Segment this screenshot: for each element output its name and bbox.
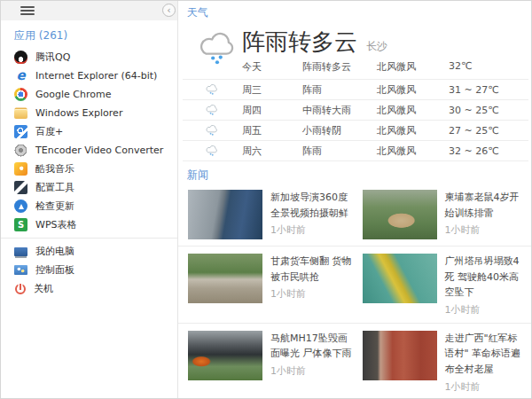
sidebar-item-check-update[interactable]: 检查更新 (1, 197, 177, 215)
forecast-row: 周六 阵雨 北风微风 32 ~ 26℃ (183, 140, 528, 161)
sidebar-item-config-tool[interactable]: 配置工具 (1, 178, 177, 197)
sidebar-item-label: TEncoder Video Converter (35, 145, 163, 156)
apps-count-header: 应用 (261) (1, 20, 177, 48)
news-row: 马航MH17坠毁画面曝光 尸体像下雨 1小时前 走进广西"红军标语村" 革命标语… (178, 324, 532, 399)
current-condition: 阵雨转多云长沙 (242, 27, 387, 58)
forecast-condition: 阵雨 (302, 83, 377, 97)
sidebar-item-label: WPS表格 (35, 218, 77, 231)
chrome-icon (14, 88, 27, 101)
forecast-wind: 北风微风 (377, 83, 449, 97)
forecast-day: 周六 (242, 145, 302, 158)
sidebar-item-internet-explorer[interactable]: e Internet Explorer (64-bit) (1, 66, 177, 85)
sidebar-item-label: 腾讯QQ (35, 51, 70, 64)
sidebar-item-label: Google Chrome (35, 89, 111, 100)
news-item[interactable]: 马航MH17坠毁画面曝光 尸体像下雨 1小时前 (188, 331, 356, 394)
news-timestamp: 1小时前 (270, 287, 356, 301)
news-thumbnail[interactable] (188, 331, 262, 380)
content-panel: 天气 阵雨转多云长沙 今天 阵雨转多云 北风微风 32℃ 周三 (178, 1, 532, 398)
sidebar-item-windows-explorer[interactable]: Windows Explorer (1, 104, 177, 122)
rain-cloud-icon (205, 145, 219, 157)
city-label: 长沙 (366, 40, 387, 52)
sidebar-item-label: 关机 (34, 282, 53, 295)
forecast-table: 周三 阵雨 北风微风 31 ~ 27℃ 周四 中雨转大雨 北风微风 30 ~ 2… (183, 79, 528, 161)
news-thumbnail[interactable] (363, 190, 437, 239)
rain-cloud-icon (205, 104, 219, 116)
news-text: 走进广西"红军标语村" 革命标语遍布全村老屋 1小时前 (445, 331, 525, 394)
forecast-wind: 北风微风 (377, 104, 449, 117)
today-condition: 阵雨转多云 (302, 60, 377, 74)
news-thumbnail[interactable] (188, 190, 262, 239)
sidebar-item-qq[interactable]: 腾讯QQ (1, 48, 177, 66)
sidebar-topbar: ‹ (1, 1, 177, 20)
news-timestamp: 1小时前 (270, 364, 356, 378)
news-timestamp: 1小时前 (445, 223, 525, 237)
sidebar-item-google-chrome[interactable]: Google Chrome (1, 85, 177, 104)
news-title: 新加坡导演360度全景视频拍摄朝鲜 (270, 190, 356, 221)
qq-icon (14, 51, 27, 64)
news-text: 广州塔吊坍塌致4死 驾驶舱40米高空坠下 1小时前 (445, 254, 525, 317)
hamburger-icon[interactable] (20, 6, 35, 15)
baidu-search-icon (14, 125, 27, 138)
news-item[interactable]: 柬埔寨老鼠4岁开始训练排雷 1小时前 (356, 190, 525, 239)
news-title: 走进广西"红军标语村" 革命标语遍布全村老屋 (445, 331, 525, 378)
news-timestamp: 1小时前 (270, 223, 356, 237)
sidebar-item-tencoder[interactable]: TEncoder Video Converter (1, 141, 177, 160)
news-thumbnail[interactable] (363, 254, 437, 303)
news-item[interactable]: 广州塔吊坍塌致4死 驾驶舱40米高空坠下 1小时前 (356, 254, 525, 317)
today-label: 今天 (242, 60, 302, 74)
forecast-temp: 27 ~ 25℃ (449, 125, 499, 137)
rain-cloud-icon (205, 83, 219, 96)
folder-icon (14, 109, 27, 119)
news-text: 新加坡导演360度全景视频拍摄朝鲜 1小时前 (270, 190, 356, 239)
power-icon (15, 284, 26, 294)
sidebar-item-baidu[interactable]: 百度+ (1, 122, 177, 141)
news-timestamp: 1小时前 (445, 380, 525, 394)
news-text: 甘肃货车侧翻 货物被市民哄抢 1小时前 (270, 254, 356, 317)
forecast-wind: 北风微风 (377, 145, 449, 158)
sidebar-item-label: 酷我音乐 (35, 162, 74, 176)
news-thumbnail[interactable] (363, 331, 437, 380)
update-icon (14, 200, 27, 213)
news-title: 广州塔吊坍塌致4死 驾驶舱40米高空坠下 (445, 254, 525, 301)
weather-section-label: 天气 (187, 5, 208, 20)
sidebar-item-label: Internet Explorer (64-bit) (35, 70, 157, 82)
today-temp: 32℃ (449, 60, 472, 74)
config-tool-icon (14, 181, 27, 194)
forecast-temp: 30 ~ 25℃ (449, 105, 499, 116)
news-title: 马航MH17坠毁画面曝光 尸体像下雨 (270, 331, 356, 362)
sidebar-item-label: 检查更新 (35, 200, 74, 213)
news-grid: 新加坡导演360度全景视频拍摄朝鲜 1小时前 柬埔寨老鼠4岁开始训练排雷 1小时… (178, 183, 532, 399)
chevron-left-icon[interactable]: ‹ (162, 4, 176, 17)
forecast-day: 周三 (242, 83, 302, 97)
forecast-row: 周五 小雨转阴 北风微风 27 ~ 25℃ (183, 120, 528, 140)
wps-icon: S (14, 218, 27, 231)
sidebar-item-my-computer[interactable]: 我的电脑 (1, 242, 177, 261)
sidebar-item-label: 百度+ (35, 125, 63, 138)
news-item[interactable]: 甘肃货车侧翻 货物被市民哄抢 1小时前 (188, 254, 356, 317)
news-item[interactable]: 走进广西"红军标语村" 革命标语遍布全村老屋 1小时前 (356, 331, 525, 394)
app-list: 腾讯QQ e Internet Explorer (64-bit) Google… (1, 48, 177, 298)
current-condition-text: 阵雨转多云 (242, 28, 357, 55)
control-panel-icon (14, 265, 27, 275)
news-item[interactable]: 新加坡导演360度全景视频拍摄朝鲜 1小时前 (188, 190, 356, 239)
news-section-label: 新闻 (187, 168, 208, 183)
news-row: 新加坡导演360度全景视频拍摄朝鲜 1小时前 柬埔寨老鼠4岁开始训练排雷 1小时… (178, 183, 532, 246)
forecast-condition: 阵雨 (302, 145, 377, 158)
sidebar-item-kuwo-music[interactable]: 酷我音乐 (1, 160, 177, 178)
launcher-window: ‹ 应用 (261) 腾讯QQ e Internet Explorer (64-… (0, 0, 532, 399)
forecast-condition: 中雨转大雨 (302, 104, 377, 117)
news-text: 柬埔寨老鼠4岁开始训练排雷 1小时前 (445, 190, 525, 239)
news-text: 马航MH17坠毁画面曝光 尸体像下雨 1小时前 (270, 331, 356, 394)
forecast-temp: 31 ~ 27℃ (449, 84, 499, 96)
sidebar-item-control-panel[interactable]: 控制面板 (1, 261, 177, 279)
sidebar-divider (1, 238, 177, 239)
sidebar-item-shutdown[interactable]: 关机 (1, 279, 177, 298)
news-thumbnail[interactable] (188, 254, 262, 303)
today-weather-row: 今天 阵雨转多云 北风微风 32℃ (242, 60, 472, 74)
rain-cloud-icon (196, 30, 237, 71)
computer-icon (14, 247, 27, 256)
sidebar-item-wps[interactable]: S WPS表格 (1, 215, 177, 234)
sidebar-item-label: 配置工具 (35, 181, 74, 194)
kuwo-music-icon (14, 162, 27, 176)
sidebar-item-label: Windows Explorer (35, 107, 122, 119)
